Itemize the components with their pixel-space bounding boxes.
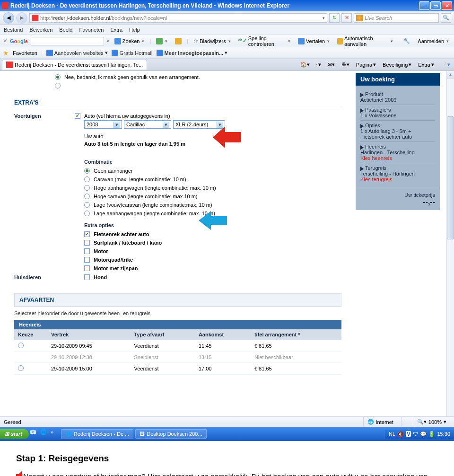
taskbar-app-desktop[interactable]: 🖼Desktop Doeksen 200... (135, 429, 206, 439)
sb-terugreis[interactable]: ▶TerugreisTerschelling - HarlingenKies t… (360, 163, 435, 184)
quick-launch-icon[interactable]: 🌐 (40, 429, 49, 439)
select-year[interactable]: 2008 (84, 120, 122, 129)
help-icon[interactable]: ❔▾ (439, 62, 452, 68)
check-surfplank[interactable] (84, 240, 90, 246)
lang-indicator[interactable]: NL (389, 431, 395, 437)
label-huisdieren: Huisdieren (14, 274, 71, 280)
clock[interactable]: 15:30 (437, 431, 450, 437)
scrollbar-thumb[interactable] (447, 116, 454, 239)
check-auto[interactable] (75, 113, 80, 119)
quick-launch-icon[interactable]: » (51, 429, 59, 439)
radio-row-2[interactable] (18, 365, 24, 371)
afvaarten-subtext: Selecteer hieronder de door u gewenste h… (14, 307, 341, 320)
radio-combi-0[interactable] (84, 168, 90, 174)
quick-launch-icon[interactable]: 📧 (30, 429, 38, 439)
radio-arrangement-2[interactable] (55, 83, 61, 88)
fav-link-more[interactable]: Meer invoegtoepassin... ▾ (157, 50, 228, 56)
dropdown-icon[interactable]: ▾ (323, 16, 325, 20)
close-button[interactable]: ✕ (442, 1, 452, 10)
system-tray[interactable]: NL 🔇 V 🛡 💬 🔋 15:30 (385, 430, 454, 439)
search-dropdown-icon[interactable]: ▾ (107, 39, 109, 44)
autofill-button[interactable]: Automatisch aanvullen (335, 36, 395, 46)
schedule-row[interactable]: 29-10-2009 15:00 Veerdienst 17:00 € 81,6… (14, 363, 341, 375)
heenreis-header: Heenreis (14, 320, 341, 329)
search-go-button[interactable]: 🔍 (441, 13, 451, 23)
mail-icon[interactable]: ✉▾ (326, 62, 337, 68)
image-icon: 🖼 (140, 431, 145, 437)
annotation-arrow-red (213, 126, 241, 148)
check-hond[interactable] (84, 274, 90, 280)
minimize-button[interactable]: ─ (419, 1, 429, 10)
col-type: Type afvaart (130, 329, 194, 340)
search-placeholder: Live Search (365, 15, 392, 21)
menu-help[interactable]: Help (129, 27, 140, 33)
radio-combi-2[interactable] (84, 185, 90, 191)
spellcheck-button[interactable]: ᵃᵇ✓Spelling controleren (236, 36, 293, 46)
tray-icon[interactable]: 🔋 (428, 431, 435, 437)
print-icon[interactable]: 🖶▾ (340, 62, 351, 68)
radio-combi-1[interactable] (84, 176, 90, 182)
page-content: ▲ Nee, bedankt, ik maak geen gebruik van… (0, 71, 454, 416)
vertical-scrollbar[interactable]: ▲ (446, 71, 454, 416)
tray-icon[interactable]: 🔇 (397, 431, 404, 437)
menu-bewerken[interactable]: Bewerken (29, 27, 52, 33)
check-motorquad[interactable] (84, 257, 90, 263)
maximize-button[interactable]: ▭ (430, 1, 441, 10)
radio-combi-4[interactable] (84, 202, 90, 208)
radio-row-0[interactable] (18, 343, 24, 348)
main-form: Nee, bedankt, ik maak geen gebruik van e… (14, 73, 341, 375)
fav-link-recommended[interactable]: Aanbevolen websites ▾ (46, 50, 108, 56)
google-search-input[interactable] (31, 37, 104, 45)
fav-link-hotmail[interactable]: Gratis Hotmail (112, 50, 153, 56)
share-button[interactable] (173, 36, 184, 46)
schedule-row[interactable]: 29-10-2009 09:45 Veerdienst 11:45 € 81,6… (14, 340, 341, 352)
menu-bestand[interactable]: Bestand (4, 27, 23, 33)
translate-button[interactable]: Vertalen (296, 36, 332, 46)
stop-button[interactable]: ✕ (341, 13, 352, 23)
radio-no-arrangement[interactable] (55, 74, 61, 80)
section-afvaarten: AFVAARTEN (14, 293, 341, 307)
signin-button[interactable]: Aanmelden (415, 36, 451, 46)
tools-menu[interactable]: Extra ▾ (416, 62, 436, 68)
label-combinatie: Combinatie (84, 159, 341, 165)
active-tab[interactable]: Rederij Doeksen - De veerdienst tussen H… (2, 60, 147, 70)
label-auto: Auto (vul hierna uw autogegevens in) (84, 113, 170, 119)
select-make[interactable]: Cadillac (124, 120, 171, 129)
radio-combi-3[interactable] (84, 194, 90, 199)
taskbar-app-ie[interactable]: 🌐Rederij Doeksen - De ... (61, 429, 133, 439)
check-fietsenrek[interactable] (84, 231, 90, 237)
favorites-label[interactable]: Favorieten (13, 50, 37, 56)
search-button[interactable]: Zoeken (112, 36, 147, 46)
more-button[interactable] (154, 36, 170, 46)
check-motor-zijspan[interactable] (84, 265, 90, 271)
start-button[interactable]: ⊞start (0, 429, 29, 439)
tray-icon[interactable]: 💬 (420, 431, 427, 437)
forward-button[interactable]: ▶ (16, 12, 27, 24)
favorites-star-icon[interactable]: ★ (3, 49, 9, 57)
section-extras: EXTRA'S (14, 97, 341, 109)
page-icon (32, 15, 38, 21)
page-menu[interactable]: Pagina ▾ (354, 62, 378, 68)
favorites-bar: ★ Favorieten | Aanbevolen websites ▾ Gra… (0, 47, 454, 59)
zoom-control[interactable]: 🔍▾ 100% ▾ (413, 417, 450, 427)
settings-icon[interactable]: 🔧 (401, 36, 412, 46)
status-text: Gereed (4, 419, 21, 425)
booking-sidebar: Uw boeking ▶ProductActietarief 2009 ▶Pas… (356, 73, 440, 375)
menu-extra[interactable]: Extra (110, 27, 122, 33)
feeds-icon[interactable]: ▫▾ (314, 62, 323, 68)
browser-search-box[interactable]: Live Search (354, 13, 439, 23)
bookmarks-button[interactable]: ☆Bladwijzers (191, 36, 233, 46)
refresh-button[interactable]: ↻ (329, 13, 340, 23)
tab-bar: Rederij Doeksen - De veerdienst tussen H… (0, 59, 454, 71)
safety-menu[interactable]: Beveiliging ▾ (381, 62, 413, 68)
tray-icon[interactable]: V (406, 431, 411, 437)
menu-beeld[interactable]: Beeld (59, 27, 72, 33)
back-button[interactable]: ◀ (3, 12, 14, 24)
radio-combi-5[interactable] (84, 211, 90, 216)
check-motor[interactable] (84, 248, 90, 254)
address-bar[interactable]: http:// rederij-doeksen. holder.nl /book… (29, 13, 327, 23)
tray-icon[interactable]: 🛡 (413, 431, 418, 437)
menu-favorieten[interactable]: Favorieten (79, 27, 104, 33)
home-icon[interactable]: 🏠▾ (298, 62, 312, 68)
sb-heenreis[interactable]: ▶HeenreisHarlingen - TerschellingKies he… (360, 141, 435, 163)
